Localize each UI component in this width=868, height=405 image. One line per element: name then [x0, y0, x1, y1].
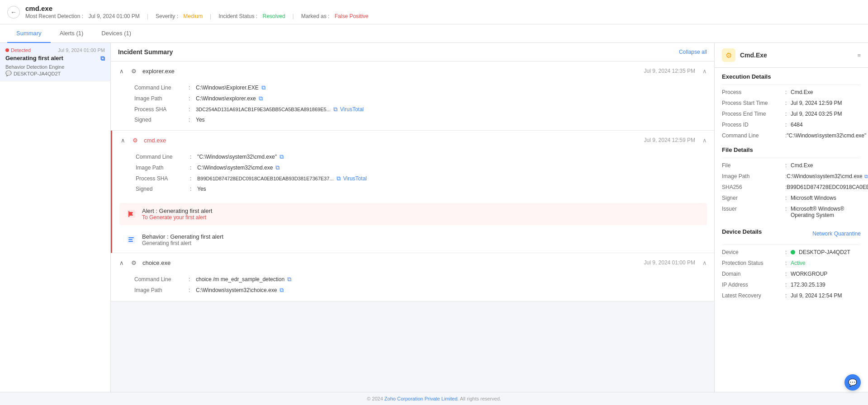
copy-cmdline-explorer[interactable]: ⧉: [261, 84, 266, 91]
gear-icon-cmd: ⚙: [130, 135, 140, 145]
page-title: cmd.exe: [25, 5, 861, 12]
process-time-cmd: Jul 9, 2024 12:59 PM: [644, 137, 695, 143]
process-block-explorer: ∧ ⚙ explorer.exe Jul 9, 2024 12:35 PM ∧ …: [111, 61, 714, 131]
network-quarantine-button[interactable]: Network Quarantine: [812, 231, 861, 237]
device-details-header-row: Device Details Network Quarantine: [715, 224, 868, 243]
tab-alerts[interactable]: Alerts (1): [51, 24, 93, 43]
detection-label: Most Recent Detection : Jul 9, 2024 01:0…: [25, 13, 140, 19]
alert-status: Detected: [5, 47, 31, 53]
device-row-domain: Domain : WORKGROUP: [715, 268, 868, 279]
divider-exec: [722, 85, 861, 85]
comment-icon: 💬: [5, 71, 12, 76]
collapse-toggle-explorer[interactable]: ∧: [118, 67, 125, 75]
right-panel-icon: ⚙: [722, 48, 735, 62]
tab-summary[interactable]: Summary: [7, 24, 51, 43]
file-row-imagepath: Image Path : C:\Windows\system32\cmd.exe…: [715, 171, 868, 182]
incident-summary-title: Incident Summary: [118, 48, 173, 56]
alert-info-title: Alert : Generating first alert: [142, 207, 212, 214]
copy-file-imagepath[interactable]: ⧉: [864, 174, 868, 179]
protection-status-value: Active: [791, 260, 806, 266]
chat-fab-button[interactable]: 💬: [844, 374, 861, 391]
back-button[interactable]: ←: [7, 6, 20, 19]
alert-list-item[interactable]: Detected Jul 9, 2024 01:00 PM Generating…: [0, 43, 110, 81]
process-block-choice: ∧ ⚙ choice.exe Jul 9, 2024 01:00 PM ∧ Co…: [111, 253, 714, 301]
main-layout: Detected Jul 9, 2024 01:00 PM Generating…: [0, 43, 868, 405]
incident-status-label: Incident Status : Resolved: [218, 13, 285, 19]
right-panel-collapse-button[interactable]: ≡: [857, 52, 861, 59]
alert-info-content: Alert : Generating first alert To Genera…: [142, 207, 212, 221]
behavior-block: Behavior : Generating first alert Genera…: [119, 229, 707, 251]
detail-row-cmdline: Command Line : C:\Windows\Explorer.EXE ⧉: [134, 82, 714, 93]
copy-cmdline-choice[interactable]: ⧉: [287, 276, 291, 283]
svg-rect-3: [128, 237, 134, 238]
collapse-all-button[interactable]: Collapse all: [679, 49, 707, 55]
severity-label: Severity : Medium: [156, 13, 203, 19]
exec-row-end-time: Process End Time : Jul 9, 2024 03:25 PM: [715, 108, 868, 119]
process-name-cmd: cmd.exe: [144, 137, 640, 144]
device-row-protection: Protection Status : Active: [715, 258, 868, 268]
detail-row-signed: Signed : Yes: [134, 115, 714, 125]
file-details-title: File Details: [715, 141, 868, 156]
file-row-file: File : Cmd.Exe: [715, 160, 868, 171]
divider-file: [722, 158, 861, 158]
exec-row-start-time: Process Start Time : Jul 9, 2024 12:59 P…: [715, 98, 868, 108]
detail-row-sha: Process SHA : 3DC254AD131A691ACB1F9E3A5B…: [134, 104, 714, 115]
process-block-cmd: ∧ ⚙ cmd.exe Jul 9, 2024 12:59 PM ∧ Comma…: [111, 131, 714, 253]
exec-row-pid: Process ID : 6484: [715, 119, 868, 130]
detail-row-cmdline-cmd: Command Line : "C:\Windows\system32\cmd.…: [136, 151, 714, 162]
detail-row-sha-cmd: Process SHA : B99D61D874728EDC0918CA0EB1…: [136, 173, 714, 184]
alert-action-icon[interactable]: ⧉: [100, 55, 105, 62]
file-row-signer: Signer : Microsoft Windows: [715, 193, 868, 203]
file-row-sha256: SHA256 : B99D61D874728EDC0918CA0EB10EA..…: [715, 182, 868, 193]
process-time-explorer: Jul 9, 2024 12:35 PM: [644, 68, 695, 74]
header-meta: Most Recent Detection : Jul 9, 2024 01:0…: [25, 13, 861, 19]
process-name-choice: choice.exe: [142, 259, 640, 266]
process-header-choice[interactable]: ∧ ⚙ choice.exe Jul 9, 2024 01:00 PM ∧: [111, 253, 714, 272]
device-row-ip: IP Address : 172.30.25.139: [715, 279, 868, 290]
alert-flag-icon: [125, 207, 138, 220]
process-time-choice: Jul 9, 2024 01:00 PM: [644, 259, 695, 266]
device-row-recovery: Latest Recovery : Jul 9, 2024 12:54 PM: [715, 290, 868, 301]
center-content: Incident Summary Collapse all ∧ ⚙ explor…: [111, 43, 714, 405]
copy-imagepath-explorer[interactable]: ⧉: [259, 95, 263, 102]
tab-bar: Summary Alerts (1) Devices (1): [0, 24, 868, 43]
copy-cmdline-cmd[interactable]: ⧉: [280, 153, 284, 160]
page-header: ← cmd.exe Most Recent Detection : Jul 9,…: [0, 0, 868, 24]
copy-imagepath-choice[interactable]: ⧉: [280, 287, 284, 294]
right-panel-title: Cmd.Exe: [740, 52, 853, 59]
copy-imagepath-cmd[interactable]: ⧉: [275, 164, 280, 171]
svg-rect-1: [128, 211, 129, 217]
execution-details-title: Execution Details: [715, 68, 868, 83]
alert-engine: Behavior Detection Engine: [5, 64, 105, 70]
process-header-explorer[interactable]: ∧ ⚙ explorer.exe Jul 9, 2024 12:35 PM ∧: [111, 61, 714, 80]
gear-icon-choice: ⚙: [129, 258, 139, 268]
alert-name: Generating first alert ⧉: [5, 55, 105, 62]
alert-info-sub: To Generate your first alert: [142, 214, 212, 221]
alert-item-header: Detected Jul 9, 2024 01:00 PM: [5, 47, 105, 53]
process-header-cmd[interactable]: ∧ ⚙ cmd.exe Jul 9, 2024 12:59 PM ∧: [112, 131, 714, 150]
device-row-device: Device : DESKTOP-JA4QD2T: [715, 247, 868, 258]
exec-row-cmdline: Command Line : "C:\Windows\system32\cmd.…: [715, 130, 868, 141]
alert-status-dot: [5, 48, 9, 52]
footer-company-link[interactable]: Zoho Corporation Private Limited: [384, 396, 457, 401]
divider-device: [722, 245, 861, 245]
behavior-icon: [125, 233, 138, 246]
page-footer: © 2024 Zoho Corporation Private Limited.…: [0, 392, 868, 405]
copy-sha-cmd[interactable]: ⧉: [337, 175, 341, 182]
incident-summary-header: Incident Summary Collapse all: [111, 43, 714, 61]
collapse-toggle-choice[interactable]: ∧: [118, 259, 125, 266]
svg-rect-4: [128, 239, 133, 240]
alert-device: 💬 DESKTOP-JA4QD2T: [5, 71, 105, 76]
marked-as-label: Marked as : False Positive: [301, 13, 369, 19]
virustotal-link-cmd[interactable]: VirusTotal: [343, 175, 367, 182]
gear-icon-explorer: ⚙: [129, 66, 139, 76]
collapse-toggle-cmd[interactable]: ∧: [119, 137, 127, 144]
process-details-choice: Command Line : choice /m me_edr_sample_d…: [111, 272, 714, 301]
expand-icon-choice: ∧: [702, 259, 707, 266]
virustotal-link-explorer[interactable]: VirusTotal: [340, 106, 364, 113]
detail-row-imagepath-cmd: Image Path : C:\Windows\system32\cmd.exe…: [136, 162, 714, 173]
detail-row-imagepath-choice: Image Path : C:\Windows\system32\choice.…: [134, 285, 714, 296]
behavior-title: Behavior : Generating first alert: [142, 233, 223, 240]
copy-sha-explorer[interactable]: ⧉: [333, 106, 337, 113]
tab-devices[interactable]: Devices (1): [92, 24, 140, 43]
